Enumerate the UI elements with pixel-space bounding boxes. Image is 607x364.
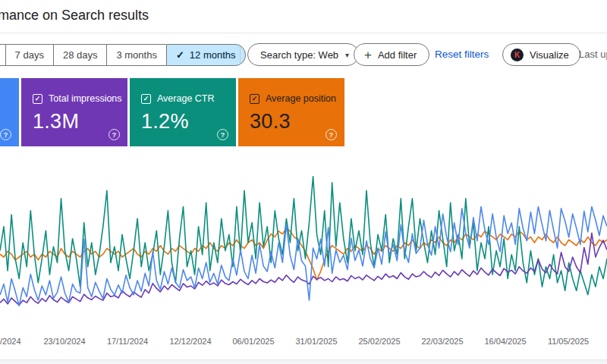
check-icon: ✓ xyxy=(176,49,184,61)
help-icon[interactable]: ? xyxy=(109,129,120,140)
help-icon[interactable]: ? xyxy=(326,129,337,140)
metric-card-clicks[interactable]: ✓ ? xyxy=(0,78,19,146)
add-filter-button[interactable]: + Add filter xyxy=(354,43,429,66)
card-label: Average position xyxy=(266,93,336,104)
next-section-background xyxy=(0,360,607,364)
page-title: Performance on Search results xyxy=(0,8,149,24)
card-label-row: ✓ Average position xyxy=(250,93,336,104)
chart-canvas[interactable] xyxy=(0,148,607,322)
performance-chart: 28/09/2024 23/10/2024 17/11/2024 12/12/2… xyxy=(0,148,607,353)
card-label: Total impressions xyxy=(49,93,122,104)
card-label: Average CTR xyxy=(157,93,215,104)
checkbox-icon[interactable]: ✓ xyxy=(250,94,259,104)
help-icon[interactable]: ? xyxy=(0,129,11,140)
card-label-row: ✓ Average CTR xyxy=(141,93,215,104)
plus-icon: + xyxy=(364,49,372,61)
chip-label: 3 months xyxy=(116,49,156,61)
reset-filters-link[interactable]: Reset filters xyxy=(435,43,489,66)
date-range-12-months-selected[interactable]: ✓ 12 months xyxy=(166,44,246,66)
x-axis-label: 23/10/2024 xyxy=(43,337,85,346)
card-value: 1.2% xyxy=(141,110,189,133)
x-axis-label: 25/02/2025 xyxy=(358,337,400,346)
card-value: 30.3 xyxy=(250,110,291,133)
visualize-label: Visualize xyxy=(530,49,569,61)
chip-label: 7 days xyxy=(15,49,44,61)
x-axis-label: 22/03/2025 xyxy=(421,337,463,346)
date-range-3-months[interactable]: 3 months xyxy=(106,44,165,66)
metric-cards: ✓ ? ✓ Total impressions 1.3M ? ✓ Average… xyxy=(0,78,607,146)
date-range-24-hours[interactable]: 24 hours xyxy=(0,44,5,66)
search-type-label: Search type: Web xyxy=(260,49,338,61)
date-range-control: 24 hours 7 days 28 days 3 months ✓ 12 mo… xyxy=(0,44,246,66)
x-axis-label: 31/01/2025 xyxy=(295,337,337,346)
card-value: 1.3M xyxy=(33,110,79,133)
chart-line-clicks xyxy=(0,207,607,306)
filter-bar: 24 hours 7 days 28 days 3 months ✓ 12 mo… xyxy=(0,34,607,74)
help-icon[interactable]: ? xyxy=(217,129,228,140)
x-axis-label: 17/11/2024 xyxy=(107,337,148,346)
filter-bar-divider xyxy=(240,46,241,64)
metric-card-ctr[interactable]: ✓ Average CTR 1.2% ? xyxy=(130,78,236,146)
chip-label: 12 months xyxy=(190,49,236,61)
chip-label: 28 days xyxy=(63,49,98,61)
x-axis-label: 16/04/2025 xyxy=(484,337,526,346)
search-console-performance-page: Performance on Search results 24 hours 7… xyxy=(0,0,607,364)
date-range-7-days[interactable]: 7 days xyxy=(5,44,53,66)
metric-card-impressions[interactable]: ✓ Total impressions 1.3M ? xyxy=(21,78,127,146)
visualize-button[interactable]: K Visualize xyxy=(502,43,580,66)
page-header: Performance on Search results xyxy=(0,0,607,33)
checkbox-icon[interactable]: ✓ xyxy=(141,94,151,104)
add-filter-label: Add filter xyxy=(378,49,417,61)
x-axis-label: 06/01/2025 xyxy=(232,337,274,346)
checkbox-icon[interactable]: ✓ xyxy=(33,94,42,104)
metric-card-position[interactable]: ✓ Average position 30.3 ? xyxy=(238,78,344,146)
x-axis-label: 28/09/2024 xyxy=(0,337,21,346)
x-axis-label: 12/12/2024 xyxy=(169,337,211,346)
last-updated-text: Last updated xyxy=(579,43,607,66)
visualize-logo-icon: K xyxy=(511,49,524,61)
search-type-dropdown[interactable]: Search type: Web ▾ xyxy=(247,43,359,66)
card-label-row: ✓ Total impressions xyxy=(33,93,122,104)
chevron-down-icon: ▾ xyxy=(345,51,349,59)
date-range-28-days[interactable]: 28 days xyxy=(53,44,107,66)
x-axis-label: 11/05/2025 xyxy=(548,337,589,346)
x-axis-labels: 28/09/2024 23/10/2024 17/11/2024 12/12/2… xyxy=(0,337,607,347)
